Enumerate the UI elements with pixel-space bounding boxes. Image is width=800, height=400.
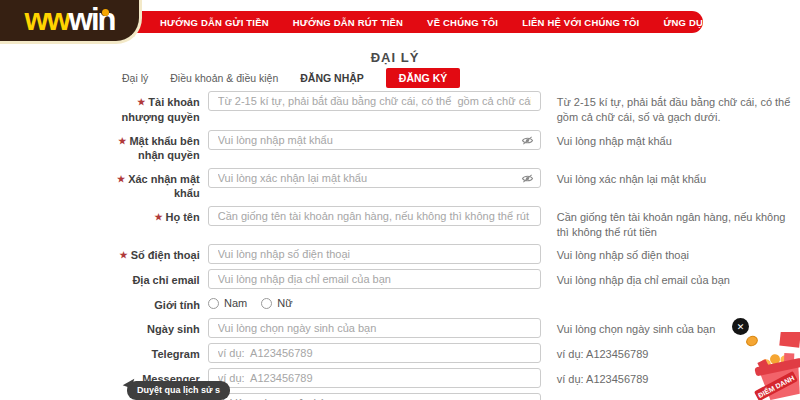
nav-item-deposit-guide[interactable]: HƯỚNG DẪN GỬI TIỀN: [160, 17, 269, 28]
field-hint: Vui lòng nhập mật khẩu: [557, 130, 794, 149]
password-input[interactable]: [208, 130, 541, 150]
field-hint: Vui lòng xác nhận lại mật khẩu: [557, 168, 794, 187]
field-hint: Cần giống tên tài khoản ngân hàng, nếu k…: [557, 206, 794, 240]
field-label: Địa chỉ email: [132, 274, 199, 286]
nav-item-about-us[interactable]: VỀ CHÚNG TÔI: [427, 17, 498, 28]
history-tooltip: Duyệt qua lịch sử s: [127, 381, 230, 400]
field-hint: Vui lòng nhập số điện thoại: [557, 244, 794, 263]
form-row-confirm-password: ★Xác nhận mật khẩu Vui lòng xác nhận lại…: [94, 168, 794, 201]
tab-terms[interactable]: Điều khoản & điều kiện: [170, 72, 278, 84]
field-label: Giới tính: [154, 299, 200, 311]
phone-input[interactable]: [208, 244, 541, 264]
radio-option-male[interactable]: Nam: [208, 297, 247, 309]
field-label: Họ tên: [165, 211, 199, 223]
form-row-gender: Giới tính Nam Nữ: [94, 294, 794, 312]
brand-logo[interactable]: wwwin: [0, 0, 142, 44]
eye-off-icon[interactable]: [521, 173, 534, 184]
chevron-down-icon: ⌄: [523, 396, 531, 400]
franchise-account-input[interactable]: [208, 91, 541, 111]
gold-coin-icon: [745, 335, 759, 348]
tab-register[interactable]: ĐĂNG KÝ: [386, 68, 460, 88]
email-input[interactable]: [208, 269, 541, 289]
form-row-full-name: ★Họ tên Cần giống tên tài khoản ngân hàn…: [94, 206, 794, 240]
tab-bar: Đại lý Điều khoản & điều kiện ĐĂNG NHẬP …: [122, 68, 460, 88]
required-icon: ★: [118, 136, 126, 146]
field-label: Tài khoản nhượng quyền: [122, 96, 200, 123]
checkin-gift-promo[interactable]: ĐIỂM DANH: [744, 332, 800, 400]
form-row-franchise-account: ★Tài khoản nhượng quyền Từ 2-15 kí tự, p…: [94, 91, 794, 125]
form-row-birthday: Ngày sinh Vui lòng chọn ngày sinh của bạ…: [94, 318, 794, 338]
nav-item-withdraw-guide[interactable]: HƯỚNG DẪN RÚT TIỀN: [293, 17, 403, 28]
bank-select[interactable]: Vui lòng chọn ngân hàng ⌄: [208, 393, 541, 400]
top-navbar: HƯỚNG DẪN GỬI TIỀN HƯỚNG DẪN RÚT TIỀN VỀ…: [120, 11, 703, 33]
page-title: ĐẠI LÝ: [0, 50, 790, 65]
telegram-input[interactable]: [208, 343, 541, 363]
tab-agent[interactable]: Đại lý: [122, 72, 148, 84]
field-label: Telegram: [152, 348, 200, 360]
required-icon: ★: [120, 250, 128, 260]
form-row-email: Địa chỉ email Vui lòng nhập địa chỉ emai…: [94, 269, 794, 289]
eye-off-icon[interactable]: [521, 135, 534, 146]
field-label: Xác nhận mật khẩu: [128, 173, 200, 200]
close-icon: ✕: [737, 322, 745, 332]
tab-login[interactable]: ĐĂNG NHẬP: [300, 72, 364, 84]
form-row-telegram: Telegram ví dụ: A123456789: [94, 343, 794, 363]
field-hint: [309, 294, 547, 298]
nav-item-mobile-app[interactable]: ỨNG DỤNG ĐIỆN THOẠI DI ĐỘNG: [663, 17, 800, 28]
field-hint: Từ 2-15 kí tự, phải bắt đầu bằng chữ cái…: [557, 91, 794, 125]
registration-page: HƯỚNG DẪN GỬI TIỀN HƯỚNG DẪN RÚT TIỀN VỀ…: [0, 0, 800, 400]
field-label: Số điện thoại: [131, 249, 200, 261]
full-name-input[interactable]: [208, 206, 541, 226]
field-hint: Vui lòng nhập địa chỉ email của bạn: [557, 269, 794, 288]
nav-item-contact-us[interactable]: LIÊN HỆ VỚI CHÚNG TÔI: [522, 17, 639, 28]
messenger-input[interactable]: [208, 368, 541, 388]
radio-icon[interactable]: [261, 298, 272, 309]
birthday-input[interactable]: [208, 318, 541, 338]
gender-radio-group: Nam Nữ: [208, 294, 293, 309]
form-row-password: ★Mật khẩu bên nhận quyền Vui lòng nhập m…: [94, 130, 794, 163]
field-label: Mật khẩu bên nhận quyền: [129, 135, 199, 162]
confirm-password-input[interactable]: [208, 168, 541, 188]
required-icon: ★: [137, 97, 145, 107]
logo-i-dot: [101, 8, 109, 16]
field-label: Ngày sinh: [147, 323, 200, 335]
required-icon: ★: [154, 212, 162, 222]
register-form: ★Tài khoản nhượng quyền Từ 2-15 kí tự, p…: [94, 91, 794, 400]
radio-option-female[interactable]: Nữ: [261, 297, 292, 309]
bank-select-value: Vui lòng chọn ngân hàng: [217, 397, 338, 400]
required-icon: ★: [117, 174, 125, 184]
promo-close-button[interactable]: ✕: [732, 318, 749, 335]
radio-icon[interactable]: [208, 298, 219, 309]
form-row-phone: ★Số điện thoại Vui lòng nhập số điện tho…: [94, 244, 794, 264]
